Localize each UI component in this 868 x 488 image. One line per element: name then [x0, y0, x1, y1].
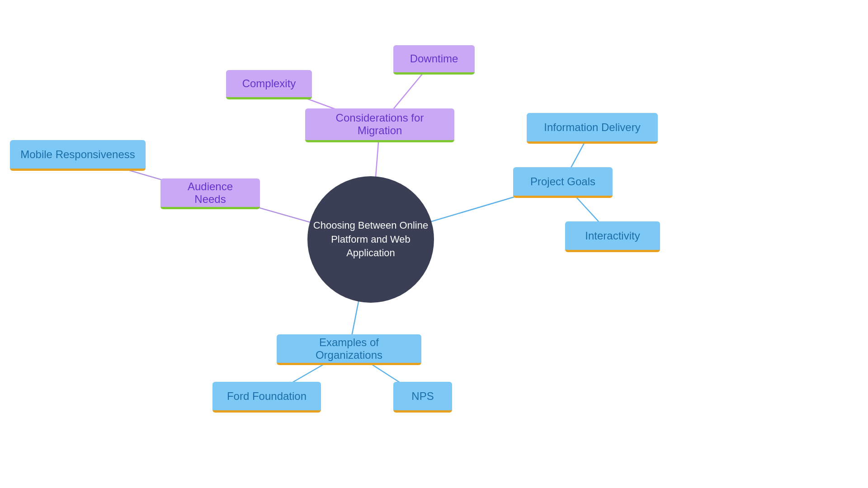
projectgoals-node: Project Goals [513, 167, 613, 198]
migration-node: Considerations for Migration [305, 108, 454, 142]
center-label: Choosing Between Online Platform and Web… [307, 219, 434, 260]
complexity-node: Complexity [226, 70, 312, 99]
interactivity-node: Interactivity [565, 221, 660, 252]
nps-node: NPS [393, 382, 452, 413]
ford-node: Ford Foundation [212, 382, 321, 413]
infodelivery-node: Information Delivery [527, 113, 658, 144]
mobile-node: Mobile Responsiveness [10, 140, 146, 171]
examples-node: Examples of Organizations [277, 334, 421, 365]
audience-node: Audience Needs [160, 178, 260, 209]
center-node: Choosing Between Online Platform and Web… [307, 176, 434, 303]
downtime-node: Downtime [393, 45, 475, 75]
